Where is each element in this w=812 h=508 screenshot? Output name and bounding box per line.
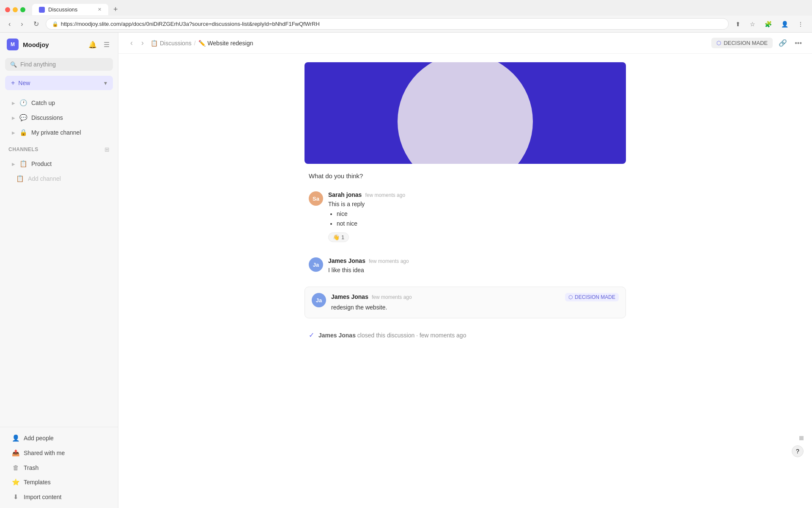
topbar: ‹ › 📋 Discussions / ✏️ Website redesign … xyxy=(118,33,812,54)
decision-time: few moments ago xyxy=(372,294,412,300)
nav-forward-btn[interactable]: › xyxy=(138,37,147,49)
more-options-btn[interactable]: ••• xyxy=(793,38,804,49)
reaction-emoji: 👋 xyxy=(333,234,340,240)
breadcrumb-current-icon: ✏️ xyxy=(198,40,206,47)
sidebar: M Moodjoy 🔔 ☰ 🔍 Find anything + New ▾ ▶ … xyxy=(0,33,118,508)
sidebar-item-private-channel[interactable]: ▶ 🔒 My private channel xyxy=(3,125,115,140)
search-placeholder: Find anything xyxy=(20,61,56,68)
menu-btn[interactable]: ⋮ xyxy=(794,19,807,29)
scroll-indicator xyxy=(799,436,804,440)
main-message-text: What do you think? xyxy=(304,172,626,179)
decision-badge-label: DECISION MADE xyxy=(724,40,768,46)
reload-btn[interactable]: ↻ xyxy=(30,18,42,30)
sidebar-item-trash[interactable]: 🗑 Trash xyxy=(3,461,115,475)
decision-made-badge[interactable]: ⬡ DECISION MADE xyxy=(711,38,773,48)
extension-btn[interactable]: 🧩 xyxy=(761,19,775,29)
decision-message-text: redesign the website. xyxy=(331,303,619,312)
sidebar-item-catch-up[interactable]: ▶ 🕐 Catch up xyxy=(3,96,115,110)
app-logo: M xyxy=(7,39,19,50)
avatar-initials-james-d: Ja xyxy=(316,297,322,304)
closed-separator: · xyxy=(416,332,420,339)
decision-message-header: James Jonas few moments ago ⬡ DECISION M… xyxy=(331,293,619,301)
minimize-window-btn[interactable] xyxy=(13,7,18,12)
notifications-btn[interactable]: 🔔 xyxy=(87,39,99,50)
reaction-btn[interactable]: 👋 1 xyxy=(328,232,349,242)
topbar-actions: ⬡ DECISION MADE 🔗 ••• xyxy=(711,37,804,49)
sidebar-item-import-content[interactable]: ⬇ Import content xyxy=(3,490,115,504)
closed-time: few moments ago xyxy=(420,332,466,339)
message-text-james: I like this idea xyxy=(328,267,364,273)
message-body-james: James Jonas few moments ago I like this … xyxy=(328,257,622,275)
avatar-initials-sarah: Sa xyxy=(313,196,319,202)
share-btn[interactable]: ⬆ xyxy=(732,19,744,29)
message-list-sarah: nice not nice xyxy=(328,210,622,228)
browser-chrome: Discussions ✕ + ‹ › ↻ 🔒 https://moodjoy.… xyxy=(0,0,812,33)
help-btn[interactable]: ? xyxy=(792,445,804,457)
main-panel: ‹ › 📋 Discussions / ✏️ Website redesign … xyxy=(118,33,812,508)
browser-actions: ⬆ ☆ 🧩 👤 ⋮ xyxy=(732,19,807,29)
message-body-sarah: Sarah jonas few moments ago This is a re… xyxy=(328,191,622,242)
closed-action-text: closed this discussion xyxy=(357,332,414,339)
sidebar-item-shared-with-me[interactable]: 📤 Shared with me xyxy=(3,446,115,460)
decision-message-body: James Jonas few moments ago ⬡ DECISION M… xyxy=(331,293,619,312)
import-label: Import content xyxy=(24,494,62,500)
search-bar[interactable]: 🔍 Find anything xyxy=(5,58,113,71)
decision-tag: ⬡ DECISION MADE xyxy=(565,293,619,301)
trash-icon: 🗑 xyxy=(12,464,19,471)
message-text-sarah: This is a reply xyxy=(328,201,365,207)
add-channel-label: Add channel xyxy=(28,175,61,182)
active-tab[interactable]: Discussions ✕ xyxy=(32,4,108,15)
closed-icon: ✓ xyxy=(309,331,314,339)
discussion-content[interactable]: What do you think? Sa Sarah jonas few mo… xyxy=(118,54,812,508)
address-bar[interactable]: 🔒 https://moodjoy.slite.com/app/docs/0ni… xyxy=(46,18,729,30)
sidebar-bottom: 👤 Add people 📤 Shared with me 🗑 Trash ⭐ … xyxy=(0,427,118,508)
close-window-btn[interactable] xyxy=(5,7,10,12)
avatar-james-decision: Ja xyxy=(312,293,326,307)
nav-back-btn[interactable]: ‹ xyxy=(127,37,136,49)
image-visual xyxy=(304,62,626,164)
expand-icon: ▶ xyxy=(12,116,15,120)
product-icon: 📋 xyxy=(19,160,27,168)
closed-text: James Jonas closed this discussion · few… xyxy=(318,332,466,339)
back-btn[interactable]: ‹ xyxy=(5,19,14,30)
app: M Moodjoy 🔔 ☰ 🔍 Find anything + New ▾ ▶ … xyxy=(0,33,812,508)
sidebar-nav: ▶ 🕐 Catch up ▶ 💬 Discussions ▶ 🔒 My priv… xyxy=(0,94,118,142)
private-channel-icon: 🔒 xyxy=(19,129,27,136)
channels-action-btn[interactable]: ⊞ xyxy=(104,146,110,153)
profile-btn[interactable]: 👤 xyxy=(778,19,792,29)
breadcrumb-parent-link[interactable]: 📋 Discussions xyxy=(151,40,192,47)
product-label: Product xyxy=(31,160,52,167)
sidebar-item-product[interactable]: ▶ 📋 Product xyxy=(3,157,115,171)
maximize-window-btn[interactable] xyxy=(20,7,25,12)
new-tab-btn[interactable]: + xyxy=(110,3,121,16)
window-controls xyxy=(5,7,25,12)
plus-icon: + xyxy=(11,79,15,87)
bookmark-btn[interactable]: ☆ xyxy=(746,19,759,29)
message-sarah: Sa Sarah jonas few moments ago This is a… xyxy=(304,188,626,246)
add-people-icon: 👤 xyxy=(12,434,19,442)
collapse-sidebar-btn[interactable]: ☰ xyxy=(102,39,111,50)
tab-label: Discussions xyxy=(48,6,77,13)
tab-close-btn[interactable]: ✕ xyxy=(98,7,102,12)
topbar-nav: ‹ › xyxy=(127,37,147,49)
avatar-james: Ja xyxy=(309,257,323,272)
new-button[interactable]: + New ▾ xyxy=(5,76,113,90)
message-time-james: few moments ago xyxy=(369,258,409,264)
avatar-sarah: Sa xyxy=(309,191,323,206)
reaction-count: 1 xyxy=(341,234,344,240)
search-icon: 🔍 xyxy=(10,61,17,68)
add-channel-item[interactable]: 📋 Add channel xyxy=(3,171,115,186)
channels-section-label: Channels ⊞ xyxy=(0,142,118,155)
sidebar-item-templates[interactable]: ⭐ Templates xyxy=(3,475,115,489)
sidebar-header-actions: 🔔 ☰ xyxy=(87,39,111,50)
sidebar-item-add-people[interactable]: 👤 Add people xyxy=(3,431,115,445)
image-block xyxy=(304,62,626,164)
sidebar-item-discussions[interactable]: ▶ 💬 Discussions xyxy=(3,110,115,125)
message-james: Ja James Jonas few moments ago I like th… xyxy=(304,254,626,278)
forward-btn[interactable]: › xyxy=(17,19,26,30)
breadcrumb-current: ✏️ Website redesign xyxy=(198,40,253,47)
image-circle-decoration xyxy=(398,62,533,164)
closed-author: James Jonas xyxy=(318,332,356,339)
share-link-btn[interactable]: 🔗 xyxy=(777,37,789,49)
url-text: https://moodjoy.slite.com/app/docs/0niDi… xyxy=(61,21,320,27)
